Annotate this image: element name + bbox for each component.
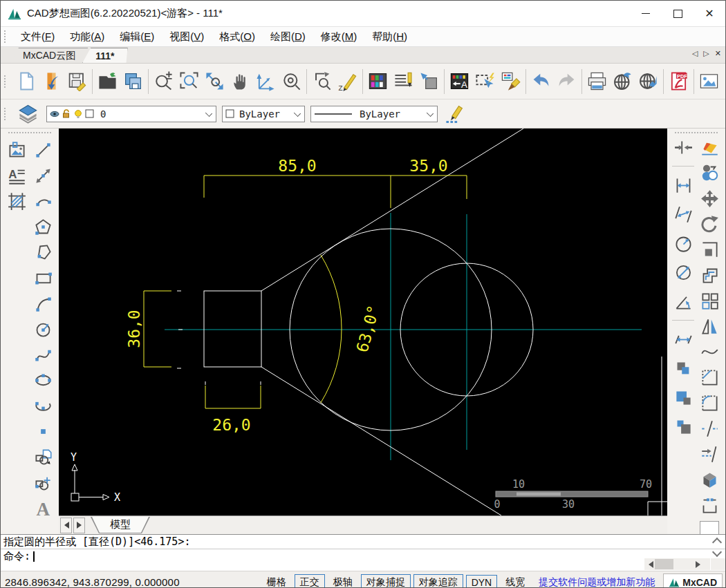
zoom-scale-button[interactable] [253,67,279,96]
layer-select[interactable]: 0 [46,106,216,122]
scroll-up-icon[interactable] [712,538,722,547]
zoom-window-button[interactable] [176,67,202,96]
rotate-button[interactable] [697,212,722,236]
maximize-button[interactable] [662,1,694,26]
menu-draw[interactable]: 绘图(D) [263,30,313,44]
propsbar-grip[interactable] [4,108,8,120]
open-folder-button[interactable] [95,67,120,96]
scroll-left-icon[interactable] [645,561,653,568]
tab-close-icon[interactable]: ✕ [715,49,721,58]
hatch-button[interactable] [4,189,29,213]
mirror-button[interactable] [697,314,722,338]
move-button[interactable] [697,187,722,210]
point-button[interactable] [30,419,55,443]
tab-scroll-right-icon[interactable]: ▷ [703,49,709,58]
save-as-button[interactable] [120,67,146,96]
scroll-down-icon[interactable] [712,547,722,557]
arc-3point-button[interactable] [30,189,55,213]
close-button[interactable]: ✕ [694,1,725,26]
viewport-button[interactable] [416,67,442,96]
menu-file[interactable]: 文件(F) [13,30,62,44]
export-pdf-button[interactable]: PDF [666,67,691,96]
layout-scroll-left-button[interactable] [60,518,72,533]
dim-diameter-button[interactable] [671,260,696,284]
create-block-button[interactable] [30,471,55,494]
layer-color-swatch[interactable] [85,109,94,118]
copy-button[interactable] [697,161,722,184]
print-button[interactable] [584,67,610,96]
chamfer-button[interactable] [697,366,722,389]
color-palette-button[interactable] [365,67,391,96]
feedback-link[interactable]: 提交软件问题或增加新功能 [539,576,655,588]
view-previous-button[interactable] [309,67,335,96]
toggle-osnap[interactable]: 对象捕捉 [361,574,411,588]
command-vscrollbar[interactable] [711,538,723,557]
undo-button[interactable] [528,67,554,96]
insert-block-button[interactable] [30,445,55,468]
single-text-button[interactable]: A [30,496,55,520]
spline-button[interactable] [30,343,55,366]
scale-down-button[interactable] [671,415,696,438]
match-properties-button[interactable] [498,67,523,96]
break-at-point-button[interactable] [697,493,722,517]
open-dwg-button[interactable] [39,67,64,96]
edit-spline-button[interactable] [697,340,722,363]
toggle-dyn[interactable]: DYN [466,575,498,588]
polygon-button[interactable] [30,215,55,238]
circle-button[interactable] [30,317,55,341]
quick-select-button[interactable] [472,67,498,96]
menu-view[interactable]: 视图(V) [162,30,212,44]
modify-toolbar-grip[interactable] [675,132,718,133]
dim-linear-button[interactable] [671,173,696,197]
menu-function[interactable]: 功能(A) [62,30,112,44]
line-button[interactable] [30,138,55,162]
linetype-select[interactable]: ByLayer [310,106,438,122]
toggle-otrack[interactable]: 对象追踪 [413,574,463,588]
linetype-dropdown-arrow[interactable] [427,109,434,116]
sketch-button[interactable]: z [335,67,360,96]
toggle-lineweight[interactable]: 线宽 [500,574,530,588]
menu-format[interactable]: 格式(O) [212,30,263,44]
break-button[interactable] [697,417,722,440]
layer-dropdown-arrow[interactable] [205,109,212,116]
toolbar-grip[interactable] [4,75,8,88]
scale-button[interactable] [697,238,722,261]
lock-icon[interactable] [62,109,71,119]
layer-manager-button[interactable] [13,99,42,129]
toggle-ortho[interactable]: 正交 [295,574,325,588]
multiline-text-button[interactable]: A [4,164,29,187]
erase-button[interactable] [697,135,722,159]
construction-line-button[interactable] [30,164,55,187]
insert-raster-image-button[interactable] [4,138,29,162]
menu-help[interactable]: 帮助(H) [364,30,415,44]
color-select[interactable]: ByLayer [222,106,305,122]
new-file-button[interactable] [13,67,39,96]
redo-button[interactable] [554,67,579,96]
menu-edit[interactable]: 编辑(E) [112,30,162,44]
offset-button[interactable] [697,263,722,287]
menu-grip[interactable] [4,30,8,43]
stretch-button[interactable] [671,357,696,380]
ellipse-button[interactable] [30,368,55,392]
zoom-dynamic-button[interactable] [151,67,176,96]
minimize-button[interactable] [630,1,662,26]
dim-aligned-button[interactable] [671,202,696,226]
polyline-button[interactable] [30,240,55,264]
zoom-center-button[interactable] [279,67,304,96]
dim-continue-button[interactable] [671,328,696,351]
insert-image-button[interactable] [696,67,722,96]
hscroll-thumb[interactable] [655,559,673,569]
fillet-button[interactable] [697,391,722,415]
zoom-extents-button[interactable] [202,67,227,96]
menu-modify[interactable]: 修改(M) [313,30,365,44]
toggle-grid[interactable]: 栅格 [261,574,292,588]
dim-radius-button[interactable] [671,231,696,255]
text-style-button[interactable] [391,67,416,96]
drawing-canvas[interactable]: 85,0 35,0 26,0 36,0 63,0° 10 70 0 [59,129,667,515]
command-hscrollbar[interactable] [644,558,710,570]
tab-scroll-left-icon[interactable]: ◁ [692,49,698,58]
pan-button[interactable] [227,67,253,96]
tab-mxcad-cloud[interactable]: MxCAD云图 [10,48,88,63]
edit-pencil-button[interactable] [442,99,467,129]
rectangle-button[interactable] [30,266,55,290]
